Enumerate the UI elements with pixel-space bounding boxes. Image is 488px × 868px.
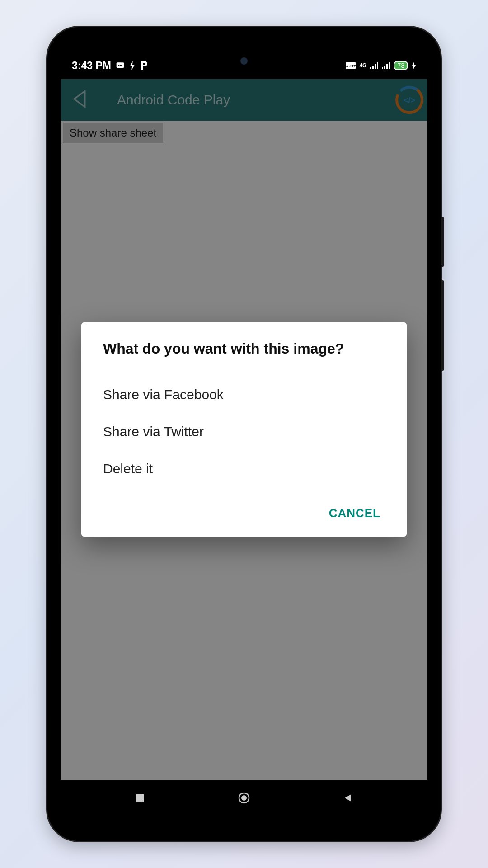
modal-overlay[interactable]: What do you want with this image? Share …: [61, 79, 427, 780]
phone-frame: 3:43 PM VoLTE 4G: [47, 27, 441, 841]
svg-point-19: [241, 795, 247, 801]
status-time: 3:43 PM: [72, 60, 111, 72]
svg-point-1: [118, 65, 119, 66]
svg-rect-6: [370, 67, 371, 69]
svg-rect-17: [136, 794, 144, 802]
status-left: 3:43 PM: [72, 60, 148, 72]
option-share-twitter[interactable]: Share via Twitter: [103, 413, 385, 450]
volume-up-button: [441, 217, 444, 267]
signal-bars-icon: [370, 62, 378, 69]
volte-icon: VoLTE: [346, 62, 356, 69]
svg-rect-7: [372, 66, 374, 69]
status-right: VoLTE 4G 73: [346, 61, 416, 70]
back-button[interactable]: [342, 792, 354, 804]
sms-icon: [116, 61, 125, 70]
screen: 3:43 PM VoLTE 4G: [61, 52, 427, 816]
svg-rect-11: [384, 66, 385, 69]
dialog-actions: CANCEL: [103, 501, 385, 526]
p-icon: [140, 61, 148, 70]
front-camera: [240, 57, 248, 65]
svg-rect-12: [386, 64, 388, 69]
svg-rect-13: [389, 62, 390, 69]
flash-icon: [129, 61, 136, 70]
share-dialog: What do you want with this image? Share …: [81, 322, 407, 537]
svg-rect-10: [382, 67, 383, 69]
navigation-bar: [61, 780, 427, 816]
battery-icon: 73: [394, 61, 408, 70]
home-button[interactable]: [238, 792, 250, 804]
signal-4g-icon: 4G: [359, 62, 366, 69]
option-share-facebook[interactable]: Share via Facebook: [103, 376, 385, 413]
svg-rect-8: [375, 64, 376, 69]
recent-apps-button[interactable]: [134, 792, 146, 804]
svg-text:VoLTE: VoLTE: [346, 64, 356, 68]
charging-icon: [412, 61, 416, 70]
cancel-button[interactable]: CANCEL: [324, 501, 385, 526]
option-delete[interactable]: Delete it: [103, 450, 385, 487]
svg-point-3: [121, 65, 122, 66]
battery-level: 73: [397, 62, 404, 69]
svg-point-2: [120, 65, 121, 66]
volume-down-button: [441, 280, 444, 371]
svg-rect-9: [377, 62, 378, 69]
signal-bars-icon-2: [382, 62, 390, 69]
dialog-title: What do you want with this image?: [103, 340, 385, 357]
